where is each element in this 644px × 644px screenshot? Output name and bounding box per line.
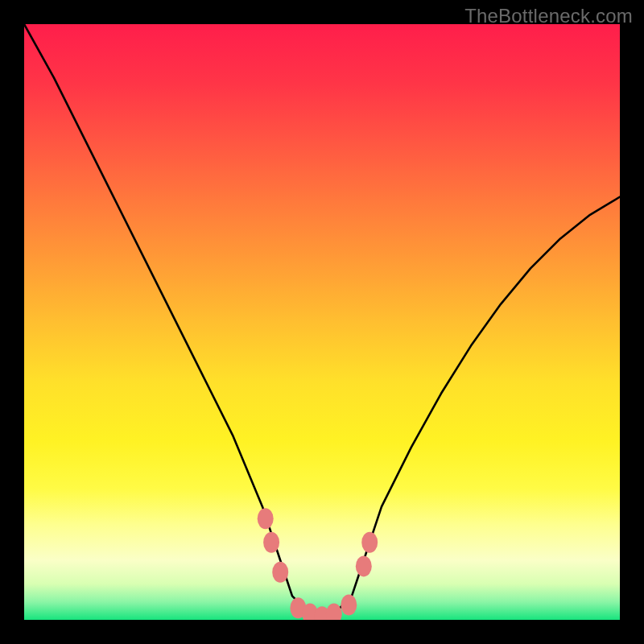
highlight-marker (356, 555, 372, 576)
highlight-marker (263, 532, 279, 553)
highlight-marker (341, 595, 357, 616)
gradient-background (24, 24, 620, 620)
highlight-marker (361, 532, 378, 553)
outer-frame: TheBottleneck.com (0, 0, 644, 644)
highlight-marker (272, 562, 288, 583)
watermark-label: TheBottleneck.com (464, 5, 633, 27)
plot-area (24, 24, 620, 620)
highlight-marker (258, 508, 274, 529)
plot-svg (24, 24, 620, 620)
